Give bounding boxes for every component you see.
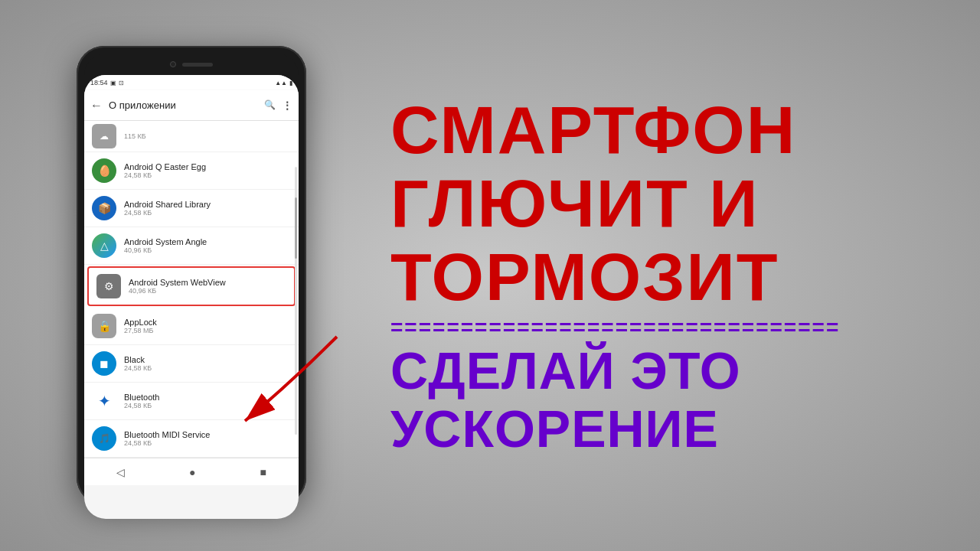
app-size: 24,58 КБ: [124, 439, 291, 447]
nav-recent-button[interactable]: ■: [260, 466, 266, 478]
speaker: [182, 63, 213, 67]
heading-line2: ГЛЮЧИТ И: [390, 170, 760, 237]
list-item[interactable]: △ Android System Angle 40,96 КБ: [84, 227, 299, 265]
app-name: Black: [124, 355, 291, 364]
phone-top: [84, 54, 299, 75]
app-icon: ⚙: [96, 274, 121, 298]
list-item[interactable]: 🎵 Bluetooth MIDI Service 24,58 КБ: [84, 420, 299, 458]
phone-screen: 18:54 ▣ ⊡ ▲▲ ▮ ← О приложении 🔍 ⋮: [84, 75, 299, 519]
app-size: 40,96 КБ: [129, 287, 286, 295]
app-size: 24,58 КБ: [124, 209, 291, 217]
app-icon: 🔒: [92, 314, 116, 338]
app-size: 24,58 КБ: [124, 402, 291, 409]
app-size: 27,58 МБ: [124, 327, 291, 334]
status-time: 18:54: [90, 79, 108, 86]
list-item[interactable]: 📦 Android Shared Library 24,58 КБ: [84, 190, 299, 227]
app-info: 115 КБ: [124, 132, 291, 140]
app-info: AppLock 27,58 МБ: [124, 318, 291, 334]
back-button[interactable]: ←: [90, 99, 103, 112]
app-bar: ← О приложении 🔍 ⋮: [84, 90, 299, 121]
status-battery-icon: ▮: [289, 80, 292, 86]
app-info: Android System WebView 40,96 КБ: [129, 278, 286, 295]
heading-line1: СМАРТФОН: [390, 96, 796, 164]
app-size: 40,96 КБ: [124, 246, 291, 254]
right-section: СМАРТФОН ГЛЮЧИТ И ТОРМОЗИТ =============…: [368, 96, 949, 455]
status-left: 18:54 ▣ ⊡: [90, 79, 124, 86]
nav-home-button[interactable]: ●: [189, 466, 195, 478]
app-info: Android Q Easter Egg 24,58 КБ: [124, 162, 291, 179]
phone-device: 18:54 ▣ ⊡ ▲▲ ▮ ← О приложении 🔍 ⋮: [77, 46, 306, 505]
app-icon: 🥚: [92, 158, 116, 183]
app-icon: △: [92, 233, 116, 258]
app-name: Android System Angle: [124, 237, 291, 246]
status-screenshot-icon: ⊡: [119, 80, 124, 86]
app-name: Android Shared Library: [124, 200, 291, 209]
status-wifi-icon: ▲▲: [275, 80, 287, 86]
divider: ================================: [390, 317, 840, 338]
scrollbar[interactable]: [295, 167, 297, 435]
app-icon: ◼: [92, 351, 116, 376]
phone-section: 18:54 ▣ ⊡ ▲▲ ▮ ← О приложении 🔍 ⋮: [31, 15, 352, 536]
app-size: 115 КБ: [124, 132, 291, 140]
app-info: Bluetooth MIDI Service 24,58 КБ: [124, 430, 291, 447]
list-item[interactable]: ☁ 115 КБ: [84, 121, 299, 152]
app-info: Bluetooth 24,58 КБ: [124, 393, 291, 409]
status-bar: 18:54 ▣ ⊡ ▲▲ ▮: [84, 75, 299, 90]
more-icon[interactable]: ⋮: [282, 99, 292, 112]
app-bar-actions: 🔍 ⋮: [264, 99, 292, 112]
list-item[interactable]: 🔒 AppLock 27,58 МБ: [84, 308, 299, 345]
app-size: 24,58 КБ: [124, 171, 291, 179]
scrollbar-thumb: [295, 197, 297, 259]
subtitle-line1: СДЕЛАЙ ЭТО: [390, 344, 741, 396]
status-sim-icon: ▣: [110, 80, 116, 86]
list-item[interactable]: 🥚 Android Q Easter Egg 24,58 КБ: [84, 152, 299, 190]
app-name: Bluetooth MIDI Service: [124, 430, 291, 439]
front-camera: [170, 61, 176, 67]
app-bar-title: О приложении: [109, 99, 258, 111]
app-icon: 🎵: [92, 426, 116, 451]
app-info: Black 24,58 КБ: [124, 355, 291, 372]
subtitle-line2: УСКОРЕНИЕ: [390, 403, 719, 455]
app-name: AppLock: [124, 318, 291, 327]
app-icon: ☁: [92, 124, 116, 148]
app-list: ☁ 115 КБ 🥚 Android Q Easter Egg 24,58 КБ…: [84, 121, 299, 458]
app-info: Android System Angle 40,96 КБ: [124, 237, 291, 254]
app-name: Android System WebView: [129, 278, 286, 287]
app-name: Android Q Easter Egg: [124, 162, 291, 171]
app-name: Bluetooth: [124, 393, 291, 402]
app-info: Android Shared Library 24,58 КБ: [124, 200, 291, 217]
heading-line3: ТОРМОЗИТ: [390, 243, 779, 311]
list-item[interactable]: ◼ Black 24,58 КБ: [84, 345, 299, 383]
list-item[interactable]: ✦ Bluetooth 24,58 КБ: [84, 383, 299, 420]
highlighted-list-item[interactable]: ⚙ Android System WebView 40,96 КБ: [87, 266, 296, 306]
app-icon: 📦: [92, 196, 116, 220]
nav-bar: ◁ ● ■: [84, 458, 299, 485]
bluetooth-icon: ✦: [92, 389, 116, 413]
app-size: 24,58 КБ: [124, 364, 291, 372]
status-right: ▲▲ ▮: [275, 80, 292, 86]
nav-back-button[interactable]: ◁: [116, 466, 125, 478]
search-icon[interactable]: 🔍: [264, 99, 276, 112]
